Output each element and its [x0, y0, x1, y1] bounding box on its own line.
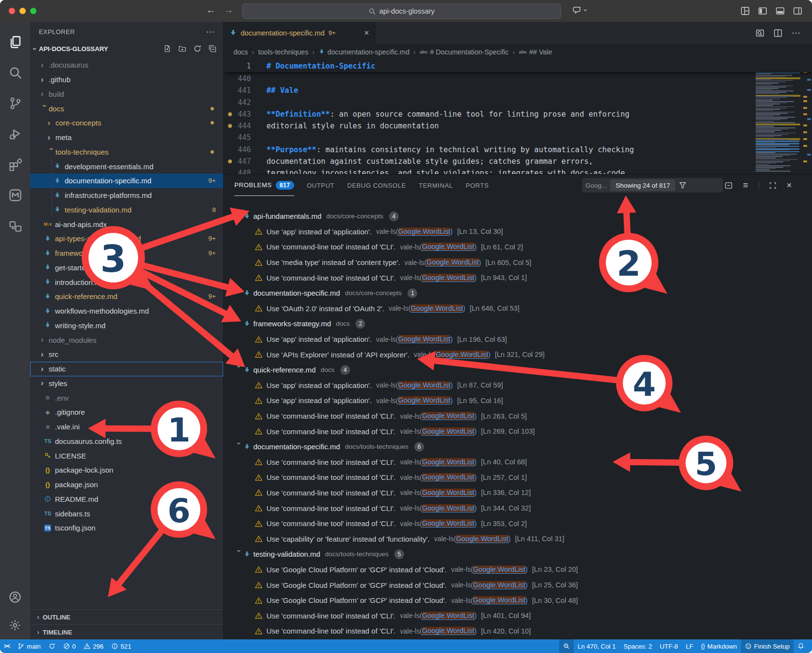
activity-item-explorer[interactable]	[0, 27, 30, 57]
tree-item-src[interactable]: ›src	[30, 347, 223, 362]
problem-rule-link[interactable]: Google.WordList	[422, 243, 475, 251]
collapse-all-icon[interactable]	[209, 45, 216, 53]
tree-item-ai-and-apis-mdx[interactable]: M↓xai-and-apis.mdx	[30, 217, 223, 231]
view-mode-icon[interactable]: ≡	[743, 180, 748, 191]
tree-item-infrastructure-platforms-md[interactable]: infrastructure-platforms.md	[30, 188, 223, 203]
problem-rule-link[interactable]: Google.WordList	[422, 504, 475, 512]
panel-tab-ports[interactable]: PORTS	[466, 175, 489, 196]
problem-item[interactable]: Use 'command-line tool' instead of 'CLI'…	[224, 500, 812, 516]
close-tab-icon[interactable]: ×	[364, 28, 369, 38]
activity-item-remote-explorer[interactable]	[0, 211, 30, 241]
status-errors[interactable]: 0	[59, 639, 80, 653]
tree-item-node-modules[interactable]: ›node_modules	[30, 333, 223, 347]
problem-rule-link[interactable]: Google.WordList	[436, 351, 488, 359]
status-eol[interactable]: LF	[682, 639, 697, 653]
tree-item-frameworks-strategy-md[interactable]: frameworks-strategy.md9+	[30, 246, 223, 261]
problem-rule-link[interactable]: Google.WordList	[398, 228, 451, 236]
activity-item-account[interactable]	[0, 583, 30, 611]
problem-rule-link[interactable]: Google.WordList	[473, 596, 526, 604]
minimap[interactable]	[755, 62, 801, 173]
breadcrumb-item-documentation-specific[interactable]: abc# Documentation-Specific	[420, 48, 509, 56]
refresh-icon[interactable]	[194, 45, 201, 53]
breadcrumb-item-documentation-specific-md[interactable]: documentation-specific.md	[318, 48, 409, 56]
problem-rule-link[interactable]: Google.WordList	[422, 519, 475, 528]
tree-item-sidebars-ts[interactable]: TSsidebars.ts	[30, 506, 223, 521]
tree-item-package-json[interactable]: {}package.json	[30, 477, 223, 492]
twistie-icon[interactable]: ›	[235, 366, 244, 374]
problem-item[interactable]: Use 'APIs Explorer' instead of 'API expl…	[224, 347, 812, 362]
problem-group-frameworks-strategy-md[interactable]: ›frameworks-strategy.mddocs2	[224, 316, 812, 332]
split-editor-icon[interactable]	[774, 29, 782, 37]
tree-item-tsconfig-json[interactable]: TStsconfig.json	[30, 521, 223, 535]
problem-rule-link[interactable]: Google.WordList	[422, 489, 475, 497]
problem-item[interactable]: Use 'command-line tool' instead of 'CLI'…	[224, 408, 812, 424]
problem-rule-link[interactable]: Google.WordList	[422, 612, 475, 620]
problem-rule-link[interactable]: Google.WordList	[411, 304, 463, 313]
problem-item[interactable]: Use 'app' instead of 'application'.vale-…	[224, 224, 812, 240]
tree-item-api-types-architectures-md[interactable]: api-types-architectures.md9+	[30, 231, 223, 246]
tree-item-get-started-md[interactable]: get-started.md	[30, 261, 223, 275]
tree-item-styles[interactable]: ›styles	[30, 376, 223, 391]
problem-rule-link[interactable]: Google.WordList	[473, 565, 526, 574]
filter-icon[interactable]	[679, 181, 687, 189]
status-indentation[interactable]: Spaces: 2	[619, 639, 656, 653]
problem-item[interactable]: Use 'command-line tool' instead of 'CLI'…	[224, 455, 812, 470]
filter-icon[interactable]	[679, 181, 687, 189]
panel-tab-debug-console[interactable]: DEBUG CONSOLE	[347, 175, 406, 196]
tree-item-github[interactable]: ›.github	[30, 72, 223, 87]
open-preview-icon[interactable]	[756, 29, 764, 37]
problem-rule-link[interactable]: Google.WordList	[398, 381, 451, 389]
activity-item-run-debug[interactable]	[0, 119, 30, 149]
status-sync[interactable]	[45, 639, 59, 653]
status-remote-indicator[interactable]: ><	[0, 639, 14, 653]
tree-item-docusaurus[interactable]: ›.docusaurus	[30, 58, 223, 72]
problem-item[interactable]: Use 'Google Cloud Platform' or 'GCP' ins…	[224, 562, 812, 578]
new-folder-icon[interactable]	[178, 45, 186, 53]
breadcrumb-item-docs[interactable]: docs	[233, 48, 248, 56]
tree-item-package-lock-json[interactable]: {}package-lock.json	[30, 463, 223, 477]
tree-item-build[interactable]: ›build	[30, 87, 223, 102]
tree-item-docs[interactable]: ›docs	[30, 101, 223, 116]
panel-tab-terminal[interactable]: TERMINAL	[419, 175, 453, 196]
problem-item[interactable]: Use 'Google Cloud Platform' or 'GCP' ins…	[224, 577, 812, 593]
problem-item[interactable]: Use 'media type' instead of 'content typ…	[224, 255, 812, 270]
command-center-search[interactable]: api-docs-glossary	[242, 3, 561, 19]
activity-item-search[interactable]	[0, 57, 30, 88]
problem-rule-link[interactable]: Google.WordList	[422, 427, 475, 436]
copilot-chat-button[interactable]: ›	[573, 6, 586, 15]
panel-tab-output[interactable]: OUTPUT	[307, 175, 335, 196]
problem-item[interactable]: Use 'app' instead of 'application'.vale-…	[224, 393, 812, 408]
tree-item-introduction-md[interactable]: introduction.md	[30, 275, 223, 289]
zoom-window-icon[interactable]	[30, 8, 36, 14]
problem-group-documentation-specific-md[interactable]: ›documentation-specific.mddocs/tools-tec…	[224, 439, 812, 455]
section-outline[interactable]: ›OUTLINE	[30, 609, 223, 624]
breadcrumb-item-tools-techniques[interactable]: tools-techniques	[258, 48, 308, 56]
toggle-primary-sidebar-icon[interactable]	[758, 6, 767, 16]
problem-item[interactable]: Use 'Google Cloud Platform' or 'GCP' ins…	[224, 593, 812, 608]
twistie-icon[interactable]: ›	[235, 550, 244, 559]
problem-item[interactable]: Use 'command-line tool' instead of 'CLI'…	[224, 239, 812, 255]
minimize-window-icon[interactable]	[19, 8, 26, 14]
status-finish-setup[interactable]: Finish Setup	[741, 639, 794, 653]
tree-item-development-essentials-md[interactable]: development-essentials.md	[30, 159, 223, 174]
problem-item[interactable]: Use 'command-line tool' instead of 'CLI'…	[224, 470, 812, 485]
tree-item-gitignore[interactable]: ◈.gitignore	[30, 405, 223, 420]
tree-item-documentation-specific-md[interactable]: documentation-specific.md9+	[30, 174, 223, 188]
problem-item[interactable]: Use 'app' instead of 'application'.vale-…	[224, 378, 812, 393]
close-window-icon[interactable]	[9, 8, 15, 14]
overview-ruler[interactable]	[802, 60, 812, 174]
problem-group-documentation-specific-md[interactable]: ›documentation-specific.mddocs/core-conc…	[224, 285, 812, 301]
section-timeline[interactable]: ›TIMELINE	[30, 624, 223, 639]
status-zoom[interactable]	[559, 639, 574, 653]
problem-group-api-fundamentals-md[interactable]: ›api-fundamentals.mddocs/core-concepts4	[224, 209, 812, 224]
activity-item-settings[interactable]	[0, 611, 30, 639]
problem-rule-link[interactable]: Google.WordList	[398, 335, 451, 343]
problem-group-quick-reference-md[interactable]: ›quick-reference.mddocs4	[224, 362, 812, 378]
forward-arrow-icon[interactable]: →	[224, 4, 233, 16]
tree-item-workflows-methodologies-md[interactable]: workflows-methodologies.md	[30, 304, 223, 318]
tree-item-license[interactable]: LICENSE	[30, 448, 223, 463]
traffic-lights[interactable]	[9, 8, 36, 14]
problem-rule-link[interactable]: Google.WordList	[426, 258, 479, 266]
problem-item[interactable]: Use 'OAuth 2.0' instead of 'OAuth 2'.val…	[224, 301, 812, 317]
problem-item[interactable]: Use 'command-line tool' instead of 'CLI'…	[224, 516, 812, 531]
